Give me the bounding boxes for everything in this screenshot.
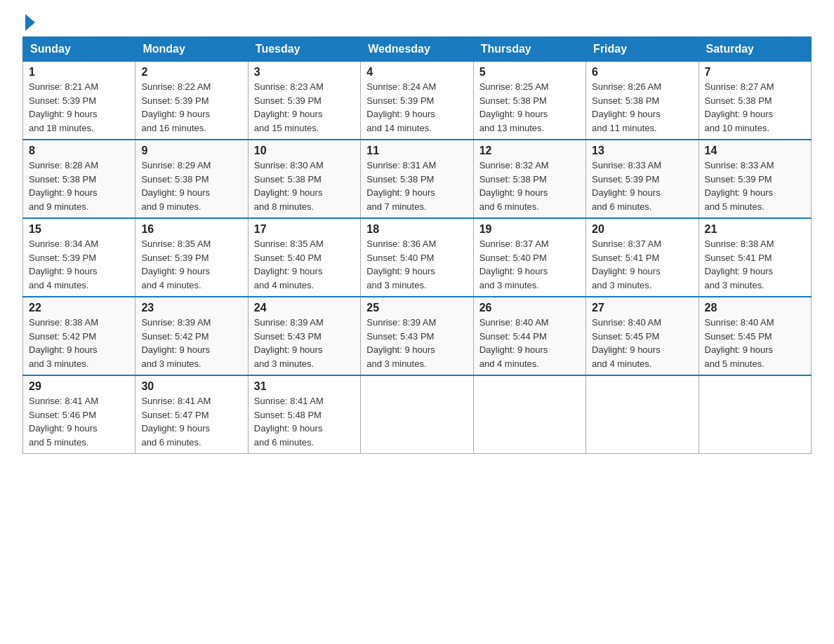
day-info: Sunrise: 8:40 AMSunset: 5:45 PMDaylight:…: [705, 316, 805, 370]
calendar-cell: 10Sunrise: 8:30 AMSunset: 5:38 PMDayligh…: [248, 140, 360, 218]
day-number: 6: [592, 66, 692, 79]
calendar-cell: 13Sunrise: 8:33 AMSunset: 5:39 PMDayligh…: [586, 140, 699, 218]
day-info: Sunrise: 8:40 AMSunset: 5:44 PMDaylight:…: [479, 316, 580, 370]
day-number: 10: [254, 145, 355, 157]
day-info: Sunrise: 8:39 AMSunset: 5:43 PMDaylight:…: [254, 316, 355, 370]
day-info: Sunrise: 8:35 AMSunset: 5:40 PMDaylight:…: [254, 237, 355, 292]
day-number: 30: [141, 380, 241, 393]
calendar-cell: 29Sunrise: 8:41 AMSunset: 5:46 PMDayligh…: [23, 375, 135, 454]
day-info: Sunrise: 8:33 AMSunset: 5:39 PMDaylight:…: [592, 159, 692, 213]
day-number: 14: [705, 145, 805, 157]
calendar-row-week-1: 1Sunrise: 8:21 AMSunset: 5:39 PMDaylight…: [23, 62, 812, 140]
calendar-cell: 25Sunrise: 8:39 AMSunset: 5:43 PMDayligh…: [361, 297, 473, 375]
day-info: Sunrise: 8:41 AMSunset: 5:46 PMDaylight:…: [29, 394, 129, 449]
header-monday: Monday: [135, 37, 248, 62]
calendar-cell: 18Sunrise: 8:36 AMSunset: 5:40 PMDayligh…: [361, 218, 473, 297]
day-number: 15: [29, 223, 129, 236]
day-number: 24: [254, 302, 355, 314]
calendar-cell: 30Sunrise: 8:41 AMSunset: 5:47 PMDayligh…: [135, 375, 248, 454]
day-number: 7: [705, 66, 805, 79]
calendar-cell: 6Sunrise: 8:26 AMSunset: 5:38 PMDaylight…: [586, 62, 699, 140]
calendar-cell: 17Sunrise: 8:35 AMSunset: 5:40 PMDayligh…: [248, 218, 360, 297]
calendar-cell: 3Sunrise: 8:23 AMSunset: 5:39 PMDaylight…: [248, 62, 360, 140]
day-info: Sunrise: 8:23 AMSunset: 5:39 PMDaylight:…: [254, 80, 355, 135]
calendar-cell: 28Sunrise: 8:40 AMSunset: 5:45 PMDayligh…: [699, 297, 811, 375]
calendar-cell: [473, 375, 585, 454]
day-info: Sunrise: 8:25 AMSunset: 5:38 PMDaylight:…: [479, 80, 580, 135]
header-thursday: Thursday: [473, 37, 585, 62]
day-info: Sunrise: 8:38 AMSunset: 5:42 PMDaylight:…: [29, 316, 129, 370]
calendar-cell: [361, 375, 473, 454]
calendar-cell: 11Sunrise: 8:31 AMSunset: 5:38 PMDayligh…: [361, 140, 473, 218]
day-number: 21: [705, 223, 805, 236]
day-number: 12: [479, 145, 580, 157]
day-number: 27: [592, 302, 692, 314]
calendar-cell: 2Sunrise: 8:22 AMSunset: 5:39 PMDaylight…: [135, 62, 248, 140]
day-info: Sunrise: 8:24 AMSunset: 5:39 PMDaylight:…: [366, 80, 467, 135]
calendar-table: SundayMondayTuesdayWednesdayThursdayFrid…: [22, 36, 812, 454]
calendar-row-week-4: 22Sunrise: 8:38 AMSunset: 5:42 PMDayligh…: [23, 297, 812, 375]
day-info: Sunrise: 8:31 AMSunset: 5:38 PMDaylight:…: [366, 159, 467, 213]
day-number: 28: [705, 302, 805, 314]
day-info: Sunrise: 8:39 AMSunset: 5:42 PMDaylight:…: [141, 316, 241, 370]
header-saturday: Saturday: [699, 37, 811, 62]
day-info: Sunrise: 8:34 AMSunset: 5:39 PMDaylight:…: [29, 237, 129, 292]
header-tuesday: Tuesday: [248, 37, 360, 62]
day-number: 26: [479, 302, 580, 314]
calendar-cell: 1Sunrise: 8:21 AMSunset: 5:39 PMDaylight…: [23, 62, 135, 140]
calendar-cell: 19Sunrise: 8:37 AMSunset: 5:40 PMDayligh…: [473, 218, 585, 297]
day-number: 29: [29, 380, 129, 393]
calendar-cell: 31Sunrise: 8:41 AMSunset: 5:48 PMDayligh…: [248, 375, 360, 454]
day-info: Sunrise: 8:37 AMSunset: 5:40 PMDaylight:…: [479, 237, 580, 292]
day-number: 31: [254, 380, 355, 393]
calendar-cell: 24Sunrise: 8:39 AMSunset: 5:43 PMDayligh…: [248, 297, 360, 375]
day-info: Sunrise: 8:32 AMSunset: 5:38 PMDaylight:…: [479, 159, 580, 213]
day-number: 13: [592, 145, 692, 157]
day-number: 2: [141, 66, 241, 79]
day-number: 9: [141, 145, 241, 157]
calendar-header-row: SundayMondayTuesdayWednesdayThursdayFrid…: [23, 37, 812, 62]
calendar-row-week-2: 8Sunrise: 8:28 AMSunset: 5:38 PMDaylight…: [23, 140, 812, 218]
header-sunday: Sunday: [23, 37, 135, 62]
calendar-cell: 27Sunrise: 8:40 AMSunset: 5:45 PMDayligh…: [586, 297, 699, 375]
calendar-cell: 26Sunrise: 8:40 AMSunset: 5:44 PMDayligh…: [473, 297, 585, 375]
calendar-cell: 15Sunrise: 8:34 AMSunset: 5:39 PMDayligh…: [23, 218, 135, 297]
day-info: Sunrise: 8:35 AMSunset: 5:39 PMDaylight:…: [141, 237, 241, 292]
header-friday: Friday: [586, 37, 699, 62]
day-info: Sunrise: 8:26 AMSunset: 5:38 PMDaylight:…: [592, 80, 692, 135]
day-number: 1: [29, 66, 129, 79]
calendar-cell: 5Sunrise: 8:25 AMSunset: 5:38 PMDaylight…: [473, 62, 585, 140]
calendar-row-week-3: 15Sunrise: 8:34 AMSunset: 5:39 PMDayligh…: [23, 218, 812, 297]
day-number: 22: [29, 302, 129, 314]
day-info: Sunrise: 8:22 AMSunset: 5:39 PMDaylight:…: [141, 80, 241, 135]
day-number: 19: [479, 223, 580, 236]
calendar-row-week-5: 29Sunrise: 8:41 AMSunset: 5:46 PMDayligh…: [23, 375, 812, 454]
day-number: 18: [366, 223, 467, 236]
day-info: Sunrise: 8:40 AMSunset: 5:45 PMDaylight:…: [592, 316, 692, 370]
day-number: 11: [366, 145, 467, 157]
day-info: Sunrise: 8:30 AMSunset: 5:38 PMDaylight:…: [254, 159, 355, 213]
calendar-cell: 16Sunrise: 8:35 AMSunset: 5:39 PMDayligh…: [135, 218, 248, 297]
calendar-cell: 12Sunrise: 8:32 AMSunset: 5:38 PMDayligh…: [473, 140, 585, 218]
day-number: 23: [141, 302, 241, 314]
calendar-cell: [586, 375, 699, 454]
day-number: 5: [479, 66, 580, 79]
calendar-cell: 8Sunrise: 8:28 AMSunset: 5:38 PMDaylight…: [23, 140, 135, 218]
logo: [22, 17, 35, 28]
day-info: Sunrise: 8:36 AMSunset: 5:40 PMDaylight:…: [366, 237, 467, 292]
day-number: 16: [141, 223, 241, 236]
day-number: 20: [592, 223, 692, 236]
day-number: 17: [254, 223, 355, 236]
calendar-cell: 22Sunrise: 8:38 AMSunset: 5:42 PMDayligh…: [23, 297, 135, 375]
day-info: Sunrise: 8:41 AMSunset: 5:47 PMDaylight:…: [141, 394, 241, 449]
day-info: Sunrise: 8:28 AMSunset: 5:38 PMDaylight:…: [29, 159, 129, 213]
day-number: 25: [366, 302, 467, 314]
calendar-cell: 9Sunrise: 8:29 AMSunset: 5:38 PMDaylight…: [135, 140, 248, 218]
calendar-cell: 4Sunrise: 8:24 AMSunset: 5:39 PMDaylight…: [361, 62, 473, 140]
day-info: Sunrise: 8:27 AMSunset: 5:38 PMDaylight:…: [705, 80, 805, 135]
page-header: [22, 17, 812, 28]
day-info: Sunrise: 8:29 AMSunset: 5:38 PMDaylight:…: [141, 159, 241, 213]
logo-arrow-icon: [25, 14, 35, 31]
day-info: Sunrise: 8:39 AMSunset: 5:43 PMDaylight:…: [366, 316, 467, 370]
day-info: Sunrise: 8:41 AMSunset: 5:48 PMDaylight:…: [254, 394, 355, 449]
